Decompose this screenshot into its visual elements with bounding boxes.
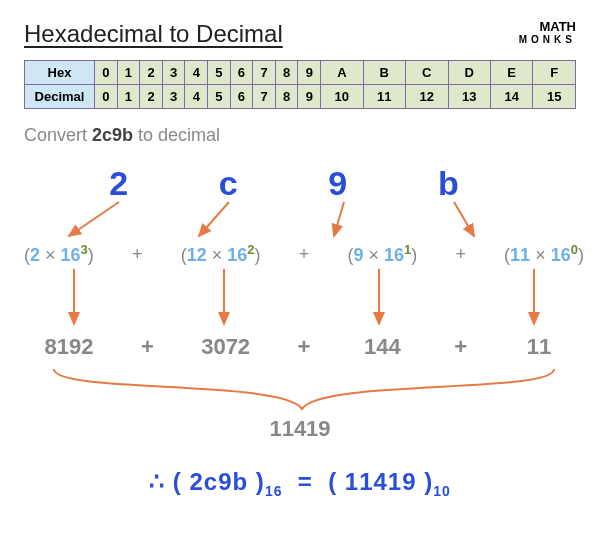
plus-separator: + [299,244,310,265]
term-exp: 2 [247,242,254,257]
hex-cell: 4 [185,61,208,85]
term-coef: 12 [187,245,207,265]
conclusion-rhs: 11419 [345,468,417,495]
expansion-term: (12 × 162) [181,242,261,266]
expansion-term: (11 × 160) [504,242,584,266]
hex-cell: 2 [140,61,163,85]
hex-decimal-table: Hex 0 1 2 3 4 5 6 7 8 9 A B C D E F Deci… [24,60,576,109]
hex-cell: 0 [95,61,118,85]
conversion-prompt: Convert 2c9b to decimal [24,125,576,146]
results-row: 8192 + 3072 + 144 + 11 [24,334,584,360]
plus-separator: + [298,334,311,360]
dec-cell: 15 [533,85,576,109]
partial-result: 144 [337,334,427,360]
hex-cell: 6 [230,61,253,85]
plus-separator: + [141,334,154,360]
equals-sign: = [298,468,313,495]
hex-cell: E [490,61,532,85]
hex-digit: b [438,164,459,203]
decimal-row-label: Decimal [25,85,95,109]
expansion-term: (9 × 161) [347,242,417,266]
therefore-symbol: ∴ [149,468,165,495]
hex-digit: c [219,164,238,203]
hex-cell: 9 [298,61,321,85]
expansion-row: (2 × 163) + (12 × 162) + (9 × 161) + (11… [24,242,584,266]
hex-cell: F [533,61,576,85]
term-exp: 3 [81,242,88,257]
dec-cell: 10 [321,85,363,109]
dec-cell: 6 [230,85,253,109]
prompt-suffix: to decimal [133,125,220,145]
term-coef: 11 [510,245,530,265]
hex-row-label: Hex [25,61,95,85]
dec-cell: 13 [448,85,490,109]
table-row: Decimal 0 1 2 3 4 5 6 7 8 9 10 11 12 13 … [25,85,576,109]
work-area: 2 c 9 b (2 × 163) + (12 × 162) + (9 × 16… [24,164,576,464]
hex-cell: A [321,61,363,85]
hex-digit: 9 [328,164,347,203]
term-coef: 9 [353,245,363,265]
hex-cell: 3 [162,61,185,85]
dec-cell: 8 [275,85,298,109]
hex-digit: 2 [109,164,128,203]
plus-separator: + [132,244,143,265]
brace-icon [54,369,554,409]
partial-result: 3072 [181,334,271,360]
hex-cell: B [363,61,405,85]
hex-cell: D [448,61,490,85]
term-base: 16 [384,245,404,265]
dec-cell: 11 [363,85,405,109]
hex-cell: 5 [208,61,231,85]
arrow-icon [334,202,344,236]
dec-cell: 14 [490,85,532,109]
prompt-hexvalue: 2c9b [92,125,133,145]
dec-cell: 0 [95,85,118,109]
partial-result: 11 [494,334,584,360]
conclusion-line: ∴ ( 2c9b )16 = ( 11419 )10 [24,468,576,499]
conclusion-lhs: 2c9b [190,468,249,495]
term-exp: 0 [571,242,578,257]
arrow-icon [199,202,229,236]
dec-cell: 9 [298,85,321,109]
partial-result: 8192 [24,334,114,360]
term-coef: 2 [30,245,40,265]
dec-cell: 12 [406,85,448,109]
dec-cell: 2 [140,85,163,109]
final-sum: 11419 [24,416,576,442]
hex-cell: 1 [117,61,140,85]
table-row: Hex 0 1 2 3 4 5 6 7 8 9 A B C D E F [25,61,576,85]
prompt-prefix: Convert [24,125,92,145]
term-base: 16 [227,245,247,265]
arrow-icon [454,202,474,236]
hex-cell: 8 [275,61,298,85]
dec-cell: 4 [185,85,208,109]
term-base: 16 [551,245,571,265]
arrow-icon [69,202,119,236]
plus-separator: + [455,244,466,265]
conclusion-lhs-base: 16 [265,483,283,499]
hex-cell: 7 [253,61,276,85]
dec-cell: 1 [117,85,140,109]
plus-separator: + [454,334,467,360]
dec-cell: 7 [253,85,276,109]
expansion-term: (2 × 163) [24,242,94,266]
hex-cell: C [406,61,448,85]
dec-cell: 5 [208,85,231,109]
brand-line1: MATH [519,20,576,34]
hex-digits-row: 2 c 9 b [64,164,504,203]
dec-cell: 3 [162,85,185,109]
brand-logo: MATH MONKS [519,20,576,45]
brand-line2: MONKS [519,34,576,45]
conclusion-rhs-base: 10 [433,483,451,499]
term-base: 16 [61,245,81,265]
page-title: Hexadecimal to Decimal [24,20,283,48]
